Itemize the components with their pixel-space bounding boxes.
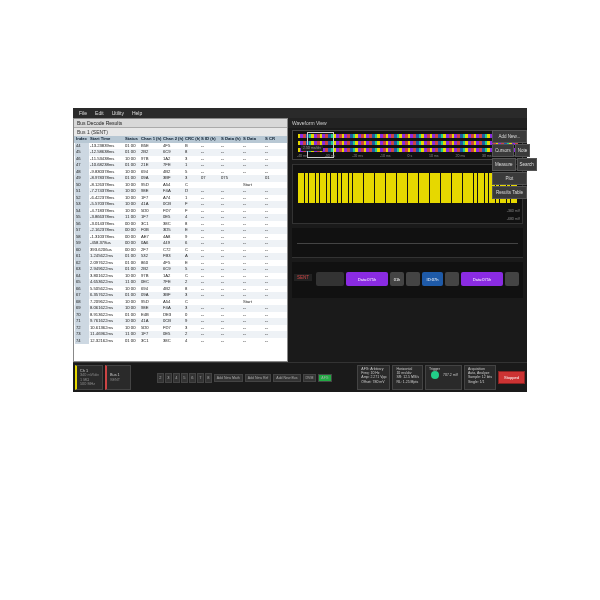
- dvm-button[interactable]: DVM: [303, 374, 317, 382]
- add-math-button[interactable]: Add New Math: [214, 374, 243, 382]
- overview-strip[interactable]: 2.50 ms/div -40 ms-30 ms-20 ms-10 ms0 s1…: [292, 130, 523, 160]
- sent-packet[interactable]: [406, 272, 420, 286]
- decode-title: Bus Decode Results: [74, 119, 287, 128]
- ch1-badge[interactable]: Ch 1 340 mV/div 1 MΩ 500 MHz: [75, 365, 103, 390]
- add-channel-8[interactable]: 8: [205, 373, 212, 383]
- table-row[interactable]: 7412.32162ms01 003C138C4--------: [74, 338, 287, 345]
- volt-bot: -680 mV: [507, 217, 520, 221]
- bottom-bar: Ch 1 340 mV/div 1 MΩ 500 MHz Bus 1 SENT …: [73, 362, 527, 392]
- bus-decode-panel: Bus Decode Results Bus 1 (SENT) IndexSta…: [73, 118, 288, 362]
- menu-edit[interactable]: Edit: [95, 110, 104, 116]
- results-table-button[interactable]: Results Table: [492, 186, 527, 199]
- sent-packet[interactable]: [505, 272, 519, 286]
- add-channel-3[interactable]: 3: [165, 373, 172, 383]
- side-toolbar: Add New... Cursors Note Measure Search P…: [492, 118, 527, 199]
- menu-help[interactable]: Help: [132, 110, 142, 116]
- waveform-area: Waveform View 2.50 ms/div -40 ms-30 ms-2…: [288, 118, 527, 362]
- sent-packet[interactable]: 01h: [390, 272, 404, 286]
- acquisition-info[interactable]: Acquisition Auto, Analyze Sample: 12 bit…: [464, 365, 496, 390]
- menu-utility[interactable]: Utility: [112, 110, 124, 116]
- sent-packet[interactable]: [316, 272, 344, 286]
- plot-button[interactable]: Plot: [492, 172, 527, 185]
- bus1-badge[interactable]: Bus 1 SENT: [105, 365, 131, 390]
- overview-ruler: -40 ms-30 ms-20 ms-10 ms0 s10 ms20 ms30 …: [293, 154, 522, 158]
- add-new-button[interactable]: Add New...: [492, 130, 527, 143]
- sent-packet[interactable]: Data:075h: [461, 272, 503, 286]
- decode-bus-name: Bus 1 (SENT): [74, 128, 287, 136]
- add-channel-5[interactable]: 5: [181, 373, 188, 383]
- afg-info[interactable]: AFG: Arbitrary Freq: 10 Hz Amp: 2.271 Vp…: [357, 365, 390, 390]
- note-button[interactable]: Note: [515, 144, 531, 157]
- run-stop-button[interactable]: Stopped: [498, 371, 525, 384]
- menu-file[interactable]: File: [79, 110, 87, 116]
- oscilloscope-app: File Edit Utility Help Bus Decode Result…: [73, 108, 527, 392]
- digital-waveform[interactable]: 2.55 V -360 mV -680 mV: [292, 164, 523, 224]
- sent-packet[interactable]: ID:07h: [422, 272, 443, 286]
- scale-info: 2.50 ms/div: [301, 145, 323, 151]
- menu-bar: File Edit Utility Help: [73, 108, 527, 118]
- add-channel-6[interactable]: 6: [189, 373, 196, 383]
- sent-decode-lane[interactable]: SENT Data:075h01hID:07hData:075h: [292, 262, 523, 298]
- horizontal-info[interactable]: Horizontal 10 ms/div SR: 12.5 MS/s RL: 1…: [392, 365, 423, 390]
- cursors-button[interactable]: Cursors: [492, 144, 514, 157]
- sent-packet[interactable]: [445, 272, 459, 286]
- channel-add-row: 2345678: [157, 373, 212, 383]
- volt-mid: -360 mV: [507, 209, 520, 213]
- decode-body[interactable]: 44-13.23839ms01 00B5E4F5B--------45-12.5…: [74, 143, 287, 362]
- sent-label: SENT: [294, 274, 312, 281]
- add-channel-7[interactable]: 7: [197, 373, 204, 383]
- measure-button[interactable]: Measure: [492, 158, 516, 171]
- ground-lane: [292, 228, 523, 258]
- search-button[interactable]: Search: [517, 158, 537, 171]
- add-channel-2[interactable]: 2: [157, 373, 164, 383]
- trigger-info[interactable]: Trigger 707.2 mV: [425, 365, 462, 390]
- afg-button[interactable]: AFG: [318, 374, 331, 382]
- add-channel-4[interactable]: 4: [173, 373, 180, 383]
- sent-packet[interactable]: Data:075h: [346, 272, 388, 286]
- trigger-slope-icon: [431, 371, 439, 379]
- add-ref-button[interactable]: Add New Ref: [245, 374, 272, 382]
- add-bus-button[interactable]: Add New Bus: [273, 374, 300, 382]
